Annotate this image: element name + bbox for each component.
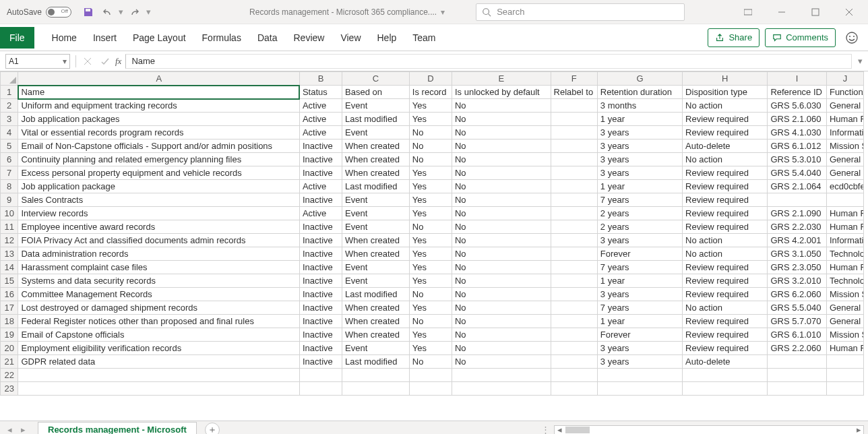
name-box[interactable]: A1 ▾ bbox=[5, 54, 70, 69]
cell[interactable]: Committee Management Records bbox=[18, 288, 299, 301]
cell[interactable]: Active bbox=[299, 126, 342, 140]
row-header[interactable]: 4 bbox=[1, 126, 18, 140]
cell[interactable]: GRS 2.1.064 bbox=[768, 180, 827, 193]
undo-icon[interactable] bbox=[100, 5, 115, 20]
cell[interactable] bbox=[18, 382, 299, 396]
cell[interactable]: No bbox=[452, 261, 551, 274]
cell[interactable]: Review required bbox=[683, 207, 768, 220]
cell[interactable]: GRS 2.2.060 bbox=[768, 342, 827, 355]
comments-button[interactable]: Comments bbox=[765, 28, 836, 47]
cell[interactable]: Data administration records bbox=[18, 247, 299, 261]
cell[interactable]: GRS 2.1.090 bbox=[768, 207, 827, 220]
cell[interactable]: Excess personal property equipment and v… bbox=[18, 166, 299, 180]
cell[interactable]: No bbox=[452, 288, 551, 301]
row-header[interactable]: 9 bbox=[1, 193, 18, 207]
row-header[interactable]: 19 bbox=[1, 328, 18, 342]
cell[interactable]: Review required bbox=[683, 328, 768, 342]
cell[interactable] bbox=[551, 382, 597, 396]
cell[interactable]: Inactive bbox=[299, 234, 342, 247]
cell[interactable]: 2 years bbox=[597, 220, 682, 234]
cell[interactable]: Review required bbox=[683, 342, 768, 355]
cell[interactable]: Based on bbox=[342, 86, 410, 99]
tab-scroll-right-icon[interactable]: ▸ bbox=[18, 425, 28, 435]
cell[interactable]: Email of Non-Capstone officials - Suppor… bbox=[18, 140, 299, 153]
tab-data[interactable]: Data bbox=[249, 27, 286, 49]
cell[interactable] bbox=[299, 369, 342, 382]
cell[interactable]: 3 years bbox=[597, 288, 682, 301]
cell[interactable]: Event bbox=[342, 261, 410, 274]
cell[interactable] bbox=[551, 234, 597, 247]
cell[interactable]: Inactive bbox=[299, 247, 342, 261]
cell[interactable]: Inactive bbox=[299, 355, 342, 369]
cell[interactable] bbox=[342, 382, 410, 396]
cell[interactable]: No bbox=[409, 355, 452, 369]
cell[interactable]: Inactive bbox=[299, 342, 342, 355]
cell[interactable]: Review required bbox=[683, 113, 768, 126]
cell[interactable]: Inactive bbox=[299, 140, 342, 153]
new-sheet-button[interactable]: ＋ bbox=[205, 423, 220, 435]
cell[interactable]: When created bbox=[342, 315, 410, 328]
cell[interactable]: General O bbox=[826, 166, 863, 180]
cell[interactable] bbox=[551, 140, 597, 153]
cell[interactable]: Last modified bbox=[342, 180, 410, 193]
row-header[interactable]: 3 bbox=[1, 113, 18, 126]
cell[interactable]: Last modified bbox=[342, 288, 410, 301]
chevron-down-icon[interactable]: ▾ bbox=[63, 57, 67, 66]
ribbon-display-options-icon[interactable] bbox=[733, 0, 763, 24]
cell[interactable]: GRS 5.4.040 bbox=[768, 166, 827, 180]
cell[interactable]: Federal Register notices other than prop… bbox=[18, 315, 299, 328]
cell[interactable]: Yes bbox=[409, 301, 452, 315]
enter-formula-icon[interactable] bbox=[96, 54, 114, 69]
cell[interactable]: 3 years bbox=[597, 140, 682, 153]
cell[interactable]: Review required bbox=[683, 220, 768, 234]
cell[interactable]: Yes bbox=[409, 342, 452, 355]
cell[interactable]: GRS 5.5.040 bbox=[768, 301, 827, 315]
cell[interactable]: 1 year bbox=[597, 274, 682, 288]
cell[interactable]: No bbox=[452, 180, 551, 193]
cell[interactable] bbox=[768, 382, 827, 396]
cell[interactable]: No bbox=[452, 126, 551, 140]
cell[interactable] bbox=[299, 382, 342, 396]
cell[interactable] bbox=[551, 261, 597, 274]
cell[interactable]: Inactive bbox=[299, 328, 342, 342]
row-header[interactable]: 17 bbox=[1, 301, 18, 315]
cell[interactable]: Review required bbox=[683, 288, 768, 301]
cell[interactable]: When created bbox=[342, 153, 410, 166]
cell[interactable]: No action bbox=[683, 247, 768, 261]
cell[interactable]: General O bbox=[826, 315, 863, 328]
row-header[interactable]: 7 bbox=[1, 166, 18, 180]
cell[interactable]: No bbox=[452, 140, 551, 153]
cell[interactable] bbox=[409, 382, 452, 396]
cell[interactable]: Relabel to bbox=[551, 86, 597, 99]
cell[interactable]: Inactive bbox=[299, 220, 342, 234]
row-header[interactable]: 13 bbox=[1, 247, 18, 261]
row-header[interactable]: 2 bbox=[1, 99, 18, 113]
row-header[interactable]: 6 bbox=[1, 153, 18, 166]
cell[interactable] bbox=[768, 193, 827, 207]
cell[interactable]: 3 years bbox=[597, 126, 682, 140]
tab-team[interactable]: Team bbox=[404, 27, 443, 49]
cell[interactable]: Review required bbox=[683, 166, 768, 180]
cell[interactable]: Retention duration bbox=[597, 86, 682, 99]
cell[interactable]: Yes bbox=[409, 328, 452, 342]
cell[interactable]: Event bbox=[342, 274, 410, 288]
cell[interactable]: Active bbox=[299, 207, 342, 220]
cell[interactable] bbox=[826, 382, 863, 396]
cell[interactable]: Email of Capstone officials bbox=[18, 328, 299, 342]
cell[interactable]: No action bbox=[683, 234, 768, 247]
cell[interactable] bbox=[551, 99, 597, 113]
cell[interactable] bbox=[551, 126, 597, 140]
cell[interactable]: Name bbox=[18, 86, 299, 99]
column-header-F[interactable]: F bbox=[551, 72, 597, 86]
cell[interactable]: Lost destroyed or damaged shipment recor… bbox=[18, 301, 299, 315]
row-header[interactable]: 23 bbox=[1, 382, 18, 396]
cell[interactable]: No bbox=[409, 153, 452, 166]
cell[interactable]: No bbox=[409, 220, 452, 234]
cell[interactable]: Inactive bbox=[299, 261, 342, 274]
expand-formula-bar-icon[interactable]: ▾ bbox=[852, 56, 868, 66]
cell[interactable]: Inactive bbox=[299, 166, 342, 180]
cell[interactable]: 7 years bbox=[597, 193, 682, 207]
sheet-tab-active[interactable]: Records management - Microsoft bbox=[38, 422, 197, 435]
column-header-B[interactable]: B bbox=[299, 72, 342, 86]
cell[interactable]: Inactive bbox=[299, 193, 342, 207]
